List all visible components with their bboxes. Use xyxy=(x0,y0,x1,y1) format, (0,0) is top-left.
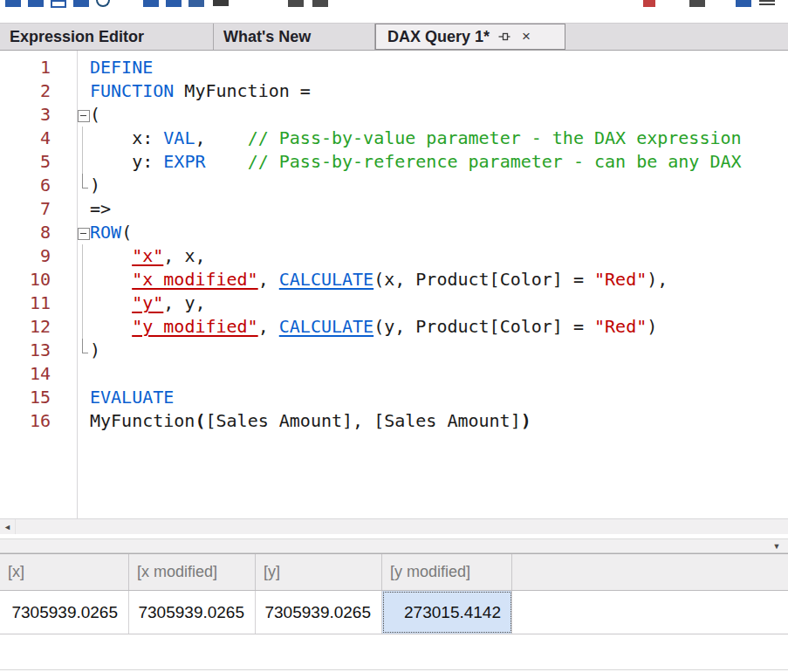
line-number: 5 xyxy=(0,150,77,174)
toolbar-icon-fragment[interactable] xyxy=(96,0,110,7)
toolbar-icon-fragment[interactable] xyxy=(736,0,751,7)
grid-cell[interactable]: 273015.4142 xyxy=(382,591,512,634)
code-line[interactable]: 14 xyxy=(0,362,788,386)
code-line[interactable]: 5 y: EXPR // Pass-by-reference parameter… xyxy=(0,150,788,174)
code-text: x: VAL, // Pass-by-value parameter - the… xyxy=(90,127,788,150)
code-line[interactable]: 3( xyxy=(0,103,788,127)
toolbar-icon-fragment[interactable] xyxy=(288,0,304,7)
toolbar-icon-fragment[interactable] xyxy=(28,0,44,7)
line-number: 4 xyxy=(0,127,77,150)
code-line[interactable]: 8ROW( xyxy=(0,221,788,244)
grid-cell[interactable]: 7305939.0265 xyxy=(0,591,129,634)
line-number: 15 xyxy=(0,386,77,409)
toolbar-icon-fragment[interactable] xyxy=(143,0,159,7)
table-row: 7305939.02657305939.02657305939.02652730… xyxy=(0,591,788,634)
code-line[interactable]: 12 "y modified", CALCULATE(y, Product[Co… xyxy=(0,315,788,339)
results-scroll-strip: ▼ xyxy=(0,538,788,553)
line-number: 6 xyxy=(0,174,77,197)
results-grid: [x][x modified][y][y modified] 7305939.0… xyxy=(0,553,788,634)
scroll-down-button[interactable]: ▼ xyxy=(770,542,784,551)
line-number: 14 xyxy=(0,362,77,386)
fold-guide xyxy=(77,315,90,339)
bottom-border xyxy=(0,669,788,670)
toolbar-icon-fragment[interactable] xyxy=(759,0,775,7)
tab-label: What's New xyxy=(223,28,311,46)
toolbar-icon-fragment[interactable] xyxy=(689,0,705,7)
line-number: 11 xyxy=(0,291,77,315)
tab-label: Expression Editor xyxy=(10,28,144,46)
code-text: ( xyxy=(90,103,788,127)
line-number: 12 xyxy=(0,315,77,339)
code-text: FUNCTION MyFunction = xyxy=(90,79,788,103)
code-text: "x", x, xyxy=(90,244,788,268)
code-line[interactable]: 1DEFINE xyxy=(0,56,788,79)
code-text: "y modified", CALCULATE(y, Product[Color… xyxy=(90,315,788,339)
toolbar-icon-fragment[interactable] xyxy=(312,0,328,7)
column-header[interactable]: [x] xyxy=(0,554,129,590)
fold-guide xyxy=(77,268,90,291)
toolbar-icon-fragment[interactable] xyxy=(166,0,182,7)
line-number: 9 xyxy=(0,244,77,268)
fold-toggle-icon[interactable] xyxy=(77,221,90,244)
tab-label: DAX Query 1* xyxy=(387,28,490,46)
toolbar-icon-fragment[interactable] xyxy=(51,0,66,8)
code-text: EVALUATE xyxy=(90,386,788,409)
code-text xyxy=(90,362,788,386)
toolbar-icon-fragment[interactable] xyxy=(73,0,89,7)
code-text: ) xyxy=(90,174,788,197)
grid-cell[interactable]: 7305939.0265 xyxy=(129,591,256,634)
code-text: "y", y, xyxy=(90,291,788,315)
toolbar-icon-fragment[interactable] xyxy=(188,0,204,7)
fold-toggle-icon[interactable] xyxy=(77,103,90,127)
line-number: 1 xyxy=(0,56,77,79)
code-line[interactable]: 2FUNCTION MyFunction = xyxy=(0,79,788,103)
grid-cell-filler xyxy=(512,591,788,634)
tab-expression-editor[interactable]: Expression Editor xyxy=(0,24,214,50)
code-line[interactable]: 11 "y", y, xyxy=(0,291,788,315)
code-line[interactable]: 16MyFunction([Sales Amount], [Sales Amou… xyxy=(0,409,788,433)
grid-rows: 7305939.02657305939.02657305939.02652730… xyxy=(0,591,788,634)
code-lines: 1DEFINE2FUNCTION MyFunction =3(4 x: VAL,… xyxy=(0,51,788,433)
fold-margin xyxy=(77,56,90,79)
grid-cell[interactable]: 7305939.0265 xyxy=(256,591,382,634)
line-number: 16 xyxy=(0,409,77,433)
line-number: 8 xyxy=(0,221,77,244)
code-line[interactable]: 6) xyxy=(0,174,788,197)
fold-guide xyxy=(77,244,90,268)
code-line[interactable]: 7=> xyxy=(0,197,788,221)
toolbar-icon-fragment[interactable] xyxy=(643,0,655,7)
fold-margin xyxy=(77,79,90,103)
code-text: => xyxy=(90,197,788,221)
fold-margin xyxy=(77,409,90,433)
line-number: 2 xyxy=(0,79,77,103)
toolbar xyxy=(0,0,788,23)
toolbar-icon-fragment[interactable] xyxy=(5,0,21,7)
column-header-filler xyxy=(512,554,788,590)
fold-margin xyxy=(77,197,90,221)
scroll-left-button[interactable]: ◄ xyxy=(0,519,16,534)
close-icon[interactable]: × xyxy=(519,29,533,45)
code-editor[interactable]: 1DEFINE2FUNCTION MyFunction =3(4 x: VAL,… xyxy=(0,51,788,518)
code-line[interactable]: 4 x: VAL, // Pass-by-value parameter - t… xyxy=(0,127,788,150)
toolbar-icon-fragment[interactable] xyxy=(213,0,229,6)
fold-guide xyxy=(77,339,90,362)
grid-header: [x][x modified][y][y modified] xyxy=(0,554,788,591)
horizontal-scrollbar[interactable]: ◄ xyxy=(0,518,788,534)
tab-whats-new[interactable]: What's New xyxy=(214,24,375,50)
column-header[interactable]: [y modified] xyxy=(382,554,512,590)
code-line[interactable]: 15EVALUATE xyxy=(0,386,788,409)
fold-margin xyxy=(77,362,90,386)
code-line[interactable]: 10 "x modified", CALCULATE(x, Product[Co… xyxy=(0,268,788,291)
line-number: 10 xyxy=(0,268,77,291)
code-text: ) xyxy=(90,339,788,362)
code-line[interactable]: 13) xyxy=(0,339,788,362)
column-header[interactable]: [y] xyxy=(256,554,382,590)
tab-dax-query-1[interactable]: DAX Query 1* × xyxy=(375,24,565,50)
column-header[interactable]: [x modified] xyxy=(129,554,256,590)
code-text: MyFunction([Sales Amount], [Sales Amount… xyxy=(90,409,788,433)
pin-icon[interactable] xyxy=(497,29,511,45)
fold-guide xyxy=(77,174,90,197)
fold-guide xyxy=(77,150,90,174)
code-text: DEFINE xyxy=(90,56,788,79)
code-line[interactable]: 9 "x", x, xyxy=(0,244,788,268)
